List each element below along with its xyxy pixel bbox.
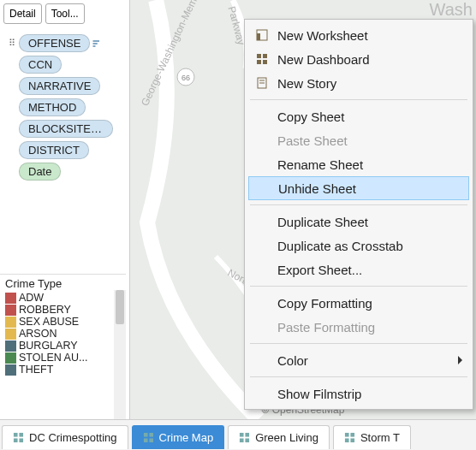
legend-item[interactable]: THEFT [3,364,122,376]
menu-item[interactable]: New Dashboard [247,47,471,71]
submenu-arrow-icon [458,356,462,364]
menu-separator [250,376,467,377]
svg-rect-8 [19,438,23,442]
dashboard-tab-icon [239,432,250,443]
sheet-tab[interactable]: Green Living [228,425,330,449]
svg-rect-5 [14,432,18,436]
legend-swatch [5,317,16,328]
menu-separator [250,343,467,344]
svg-rect-12 [149,438,153,442]
menu-item[interactable]: New Worksheet [247,23,471,47]
legend-swatch [5,293,16,304]
legend-item[interactable]: SEX ABUSE [3,316,122,328]
menu-item[interactable]: Duplicate Sheet [247,210,471,234]
story-icon [253,74,271,92]
legend-swatch [5,340,16,352]
legend-swatch [5,352,16,364]
menu-item-label: New Story [277,76,336,91]
blank-icon [254,180,271,197]
menu-item-label: Color [277,353,308,368]
blank-icon [253,352,271,369]
menu-item: Paste Formatting [247,315,471,339]
legend-item[interactable]: BURGLARY [3,340,122,352]
blank-icon [253,294,271,311]
menu-item[interactable]: Duplicate as Crosstab [247,234,471,258]
legend-title: Crime Type [3,276,122,292]
legend-label: STOLEN AU... [19,352,87,364]
svg-rect-19 [345,438,349,442]
dashboard-tab-icon [143,432,154,443]
svg-rect-20 [350,438,354,442]
svg-rect-1 [93,43,98,44]
sheet-tab-label: Green Living [255,431,318,444]
legend-label: ADW [19,292,44,304]
menu-item: Paste Sheet [247,128,471,152]
menu-item-label: Duplicate as Crosstab [277,239,403,253]
blank-icon [253,132,271,149]
menu-item-label: Rename Sheet [277,157,363,172]
menu-item-label: Paste Formatting [277,320,375,335]
menu-item[interactable]: Copy Sheet [247,104,471,128]
menu-item-label: New Dashboard [277,52,370,67]
field-pill[interactable]: METHOD [19,98,86,116]
menu-item[interactable]: Unhide Sheet [248,176,469,200]
sheet-tab[interactable]: DC Crimespotting [2,425,128,449]
svg-rect-15 [240,438,244,442]
dashboard-tab-icon [13,432,24,443]
menu-separator [250,99,467,100]
menu-item[interactable]: New Story [247,71,471,95]
blank-icon [253,213,271,230]
legend-item[interactable]: ADW [3,292,122,304]
legend-item[interactable]: ARSON [3,328,122,340]
dashboard-tab-icon [344,432,355,443]
sheet-tab-label: Storm T [360,431,400,444]
svg-rect-7 [14,438,18,442]
legend-item[interactable]: STOLEN AU... [3,352,122,364]
sheet-tab[interactable]: Storm T [333,425,411,449]
field-pill[interactable]: DISTRICT [19,141,89,159]
blank-icon [253,156,271,173]
menu-item[interactable]: Export Sheet... [247,258,471,281]
field-pill[interactable]: Date [19,163,61,181]
legend-item[interactable]: ROBBERY [3,304,122,316]
sheet-tab-label: DC Crimespotting [29,431,117,444]
field-pill[interactable]: BLOCKSITEA... [19,120,113,138]
field-pill[interactable]: NARRATIVE [19,77,100,95]
field-pill[interactable]: CCN [19,56,62,74]
field-pill[interactable]: OFFENSE [19,34,90,52]
sort-icon[interactable] [90,37,104,50]
legend-scrollbar-thumb[interactable] [116,290,124,324]
menu-item-label: Paste Sheet [277,133,348,148]
svg-rect-23 [257,54,261,58]
legend-scrollbar[interactable] [114,290,126,419]
menu-item-label: Show Filmstrip [277,387,361,401]
detail-button[interactable]: Detail [3,3,42,24]
menu-item[interactable]: Show Filmstrip [247,382,471,406]
menu-item[interactable]: Color [247,348,471,372]
left-panel: Detail Tool... ⠿OFFENSECCNNARRATIVEMETHO… [0,0,130,419]
drag-handle-icon[interactable]: ⠿ [5,37,19,50]
blank-icon [253,318,271,335]
marks-shelf: ⠿OFFENSECCNNARRATIVEMETHODBLOCKSITEA...D… [0,27,129,187]
menu-item[interactable]: Copy Formatting [247,291,471,315]
sheet-tab[interactable]: Crime Map [132,425,225,449]
blank-icon [253,237,271,254]
menu-item-label: Copy Formatting [277,296,372,311]
legend-swatch [5,364,16,376]
legend-label: THEFT [19,364,53,376]
svg-rect-13 [240,432,244,436]
menu-item-label: New Worksheet [277,28,368,43]
legend-swatch [5,329,16,340]
svg-rect-0 [93,40,100,42]
svg-rect-26 [263,60,267,64]
menu-item-label: Unhide Sheet [278,181,356,196]
legend-label: BURGLARY [19,340,78,352]
svg-rect-24 [263,54,267,58]
legend-label: ARSON [19,328,57,340]
svg-rect-2 [93,45,96,47]
tooltip-button[interactable]: Tool... [45,3,85,24]
menu-item[interactable]: Rename Sheet [247,152,471,176]
svg-rect-16 [246,438,250,442]
svg-rect-25 [257,60,261,64]
color-legend: Crime Type ADWROBBERYSEX ABUSEARSONBURGL… [0,274,126,419]
